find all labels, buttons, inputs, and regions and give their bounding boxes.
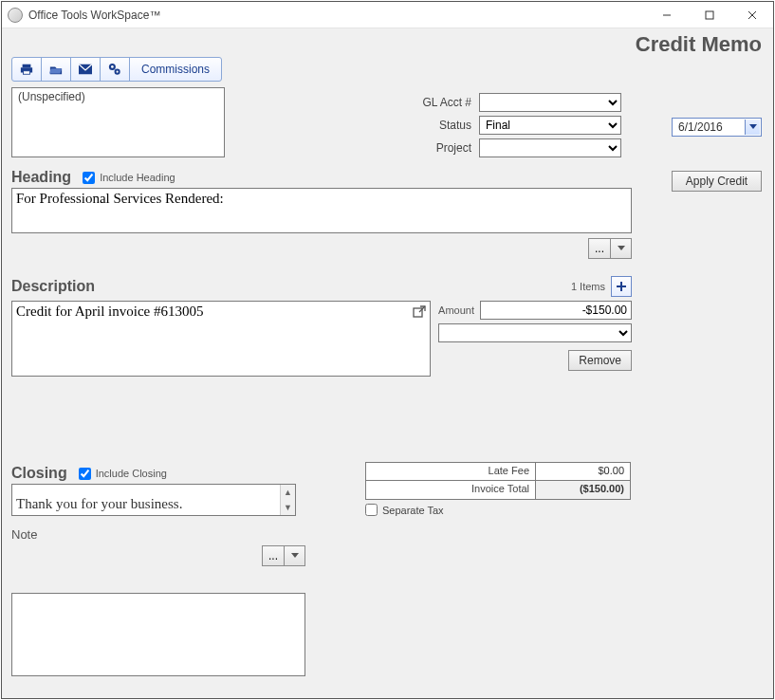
include-heading-checkbox-row[interactable]: Include Heading <box>83 172 175 184</box>
settings-button[interactable] <box>101 58 130 81</box>
chevron-down-icon <box>291 553 299 559</box>
late-fee-row: Late Fee $0.00 <box>365 462 631 481</box>
app-window: Office Tools WorkSpace™ Credit Memo <box>1 1 774 699</box>
remove-button[interactable]: Remove <box>568 350 632 371</box>
heading-more-button[interactable]: ... <box>588 238 611 259</box>
late-fee-label: Late Fee <box>366 463 535 480</box>
description-body: Amount Remove <box>11 301 632 377</box>
print-icon <box>20 63 33 76</box>
popout-icon <box>412 304 427 320</box>
maximize-button[interactable] <box>688 2 730 28</box>
description-header: Description 1 Items <box>11 276 632 297</box>
closing-scrollbar[interactable]: ▲ ▼ <box>280 485 295 515</box>
open-button[interactable] <box>42 58 71 81</box>
svg-rect-1 <box>706 11 713 19</box>
date-dropdown[interactable] <box>745 120 760 135</box>
scroll-up-icon[interactable]: ▲ <box>281 485 295 500</box>
date-picker[interactable]: 6/1/2016 <box>672 118 762 137</box>
closing-label: Closing <box>11 465 67 482</box>
toolbar: Commissions <box>11 57 764 82</box>
invoice-total-label: Invoice Total <box>366 481 535 499</box>
status-select[interactable]: Final <box>479 116 621 135</box>
amount-row: Amount <box>438 301 632 320</box>
description-label: Description <box>11 278 95 295</box>
project-select[interactable] <box>479 138 621 157</box>
right-panel: 6/1/2016 Apply Credit <box>672 118 762 192</box>
separate-tax-row[interactable]: Separate Tax <box>365 504 631 516</box>
gl-acct-label: GL Acct # <box>365 96 479 109</box>
amount-label: Amount <box>438 304 474 316</box>
invoice-total-value: ($150.00) <box>535 481 630 499</box>
field-grid: GL Acct # Status Final Project <box>365 87 621 157</box>
late-fee-value[interactable]: $0.00 <box>535 463 630 480</box>
description-category-select[interactable] <box>438 323 632 342</box>
chevron-down-icon <box>618 246 625 251</box>
svg-rect-4 <box>23 64 31 68</box>
gears-icon <box>108 63 121 76</box>
gl-acct-select[interactable] <box>479 93 621 112</box>
include-heading-checkbox[interactable] <box>83 172 95 184</box>
invoice-total-row: Invoice Total ($150.00) <box>365 481 631 500</box>
note-actions: ... <box>11 545 305 566</box>
separate-tax-checkbox[interactable] <box>365 504 378 516</box>
titlebar: Office Tools WorkSpace™ <box>2 2 773 28</box>
chevron-down-icon <box>749 124 757 130</box>
maximize-icon <box>705 10 714 20</box>
description-item-count: 1 Items <box>571 281 605 292</box>
close-icon <box>747 10 757 20</box>
description-side: Amount Remove <box>438 301 632 377</box>
window-title: Office Tools WorkSpace™ <box>28 9 160 22</box>
heading-label: Heading <box>11 169 71 186</box>
add-line-button[interactable] <box>611 276 632 297</box>
commissions-button[interactable]: Commissions <box>130 58 221 81</box>
heading-dropdown-button[interactable] <box>611 238 632 259</box>
heading-actions: ... <box>11 238 632 259</box>
heading-section: Heading Include Heading <box>11 169 764 186</box>
project-label: Project <box>365 141 479 155</box>
closing-textarea[interactable]: Thank you for your business. <box>12 485 280 515</box>
contact-box[interactable]: (Unspecified) <box>11 87 225 157</box>
separate-tax-label: Separate Tax <box>382 505 444 516</box>
svg-point-9 <box>111 65 114 68</box>
note-textarea[interactable] <box>11 593 305 676</box>
expand-button[interactable] <box>412 304 427 320</box>
heading-textarea[interactable] <box>11 188 632 233</box>
closing-row: Closing Include Closing Thank you for yo… <box>11 462 764 516</box>
include-closing-label: Include Closing <box>96 468 167 479</box>
minimize-icon <box>662 10 672 20</box>
closing-left: Closing Include Closing Thank you for yo… <box>11 465 296 516</box>
closing-textarea-wrap: Thank you for your business. ▲ ▼ <box>11 484 296 516</box>
date-value: 6/1/2016 <box>678 120 723 134</box>
apply-credit-button[interactable]: Apply Credit <box>672 171 762 192</box>
content-area: Credit Memo Commissions (Unsp <box>2 28 773 698</box>
status-label: Status <box>365 119 479 132</box>
include-closing-checkbox-row[interactable]: Include Closing <box>79 468 167 480</box>
email-icon <box>79 64 92 75</box>
close-button[interactable] <box>730 2 773 28</box>
svg-rect-14 <box>414 308 422 317</box>
plus-icon <box>616 281 627 292</box>
page-title: Credit Memo <box>636 32 762 57</box>
description-textarea-wrap <box>11 301 431 377</box>
toolbar-group: Commissions <box>11 57 222 82</box>
svg-rect-6 <box>24 71 30 75</box>
print-button[interactable] <box>12 58 42 81</box>
include-heading-label: Include Heading <box>100 172 175 183</box>
amount-input[interactable] <box>480 301 632 320</box>
totals-panel: Late Fee $0.00 Invoice Total ($150.00) S… <box>365 462 631 516</box>
note-label: Note <box>11 527 764 542</box>
top-area: (Unspecified) GL Acct # Status Final Pro… <box>11 87 764 157</box>
description-textarea[interactable] <box>12 302 430 376</box>
include-closing-checkbox[interactable] <box>79 468 91 480</box>
folder-open-icon <box>49 63 63 76</box>
svg-point-11 <box>117 71 119 73</box>
email-button[interactable] <box>71 58 101 81</box>
note-more-button[interactable]: ... <box>262 545 285 566</box>
note-dropdown-button[interactable] <box>285 545 305 566</box>
app-icon <box>8 8 23 23</box>
scroll-down-icon[interactable]: ▼ <box>281 500 295 515</box>
minimize-button[interactable] <box>645 2 688 28</box>
